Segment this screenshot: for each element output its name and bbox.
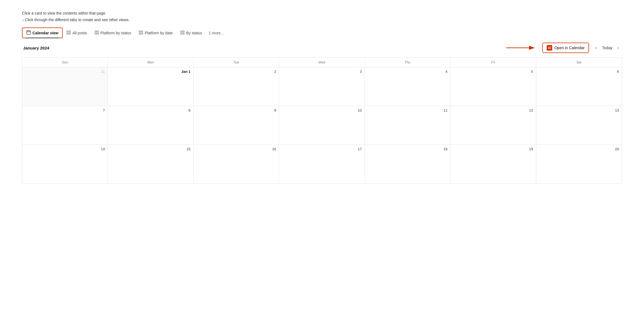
- svg-rect-15: [141, 33, 143, 34]
- tab-bar: Calendar view All posts: [22, 27, 622, 38]
- day-name-sun: Sun: [22, 58, 108, 67]
- day-number: 11: [368, 108, 447, 112]
- svg-rect-14: [139, 33, 141, 34]
- tab-platform-by-date-label: Platform by date: [145, 31, 173, 35]
- day-number: 16: [196, 147, 276, 151]
- calendar-cell: 6: [536, 67, 622, 106]
- day-name-sat: Sat: [536, 58, 622, 67]
- platform-by-date-tab-icon: [139, 31, 143, 35]
- tab-all-posts[interactable]: All posts: [63, 28, 91, 38]
- day-number: 20: [539, 147, 619, 151]
- day-number: 31: [25, 70, 105, 74]
- tab-calendar-view[interactable]: Calendar view: [22, 27, 63, 38]
- calendar-week-1: 31 Jan 1 2 3 4 5 6: [22, 67, 622, 106]
- tab-all-posts-label: All posts: [72, 31, 87, 35]
- day-name-thu: Thu: [365, 58, 450, 67]
- day-name-mon: Mon: [108, 58, 193, 67]
- svg-rect-17: [183, 31, 184, 32]
- calendar-header-right: 22 Open in Calendar ‹ Today ›: [505, 43, 621, 53]
- svg-rect-8: [95, 31, 96, 32]
- calendar-cell: 31: [22, 67, 108, 106]
- day-number: 5: [453, 70, 533, 74]
- day-number: 3: [282, 70, 362, 74]
- calendar-month-title: January 2024: [23, 46, 49, 50]
- day-number: 6: [539, 70, 619, 74]
- calendar-cell: 14: [22, 145, 108, 183]
- calendar-cell: 9: [194, 106, 279, 145]
- svg-rect-13: [141, 31, 143, 32]
- calendar-cell: 17: [279, 145, 365, 183]
- tab-platform-by-status-label: Platform by status: [100, 31, 131, 35]
- instruction-line2: ↓ Click through the different tabs to cr…: [22, 18, 622, 22]
- day-number: 2: [196, 70, 276, 74]
- calendar-grid: Sun Mon Tue Wed Thu Fri Sat 31 Jan 1 2: [22, 57, 622, 184]
- day-number: Jan 1: [111, 70, 190, 74]
- platform-by-status-tab-icon: [95, 31, 99, 35]
- svg-rect-18: [181, 33, 182, 34]
- prev-month-button[interactable]: ‹: [593, 44, 599, 51]
- calendar-tab-icon: [26, 30, 31, 35]
- svg-rect-19: [183, 33, 184, 34]
- day-number: 17: [282, 147, 362, 151]
- calendar-cell: 4: [365, 67, 450, 106]
- calendar-body: 31 Jan 1 2 3 4 5 6: [22, 67, 622, 183]
- tab-platform-by-date[interactable]: Platform by date: [135, 28, 177, 38]
- day-number: 12: [453, 108, 533, 112]
- all-posts-tab-icon: [67, 31, 71, 35]
- red-arrow-annotation: [505, 44, 538, 52]
- calendar-cell: 7: [22, 106, 108, 145]
- svg-rect-10: [95, 33, 96, 34]
- calendar-cell: 2: [194, 67, 279, 106]
- svg-rect-16: [181, 31, 182, 32]
- today-button[interactable]: Today: [601, 45, 613, 51]
- calendar-cell: 3: [279, 67, 365, 106]
- day-number: 15: [111, 147, 190, 151]
- open-in-calendar-button[interactable]: 22 Open in Calendar: [542, 43, 589, 53]
- calendar-cell: 11: [365, 106, 450, 145]
- svg-rect-12: [139, 31, 141, 32]
- calendar-btn-icon: 22: [547, 45, 552, 51]
- day-name-tue: Tue: [194, 58, 279, 67]
- calendar-cell: 15: [108, 145, 193, 183]
- svg-rect-9: [97, 31, 98, 32]
- day-number: 7: [25, 108, 105, 112]
- day-number: 18: [368, 147, 447, 151]
- day-name-fri: Fri: [450, 58, 536, 67]
- open-in-calendar-label: Open in Calendar: [554, 46, 585, 50]
- calendar-days-header: Sun Mon Tue Wed Thu Fri Sat: [22, 58, 622, 67]
- calendar-week-3: 14 15 16 17 18 19 20: [22, 145, 622, 183]
- next-month-button[interactable]: ›: [615, 44, 621, 51]
- calendar-nav: ‹ Today ›: [593, 44, 621, 51]
- calendar-cell: 12: [450, 106, 536, 145]
- tab-platform-by-status[interactable]: Platform by status: [91, 28, 135, 38]
- svg-rect-4: [67, 31, 68, 32]
- calendar-cell: 13: [536, 106, 622, 145]
- calendar-cell: 19: [450, 145, 536, 183]
- tab-calendar-view-label: Calendar view: [32, 31, 58, 35]
- calendar-cell: 16: [194, 145, 279, 183]
- calendar-week-2: 7 8 9 10 11 12 13: [22, 106, 622, 145]
- svg-rect-6: [67, 33, 68, 34]
- day-number: 13: [539, 108, 619, 112]
- more-tabs-button[interactable]: 1 more...: [206, 29, 227, 37]
- page-wrapper: Click a card to view the contents within…: [0, 0, 644, 195]
- svg-rect-11: [97, 33, 98, 34]
- calendar-cell: 8: [108, 106, 193, 145]
- day-number: 10: [282, 108, 362, 112]
- day-number: 14: [25, 147, 105, 151]
- day-number: 19: [453, 147, 533, 151]
- day-number: 9: [196, 108, 276, 112]
- calendar-header: January 2024 22 Open in Calendar: [22, 43, 622, 53]
- calendar-cell: Jan 1: [108, 67, 193, 106]
- tab-by-status[interactable]: By status: [177, 28, 206, 38]
- tab-by-status-label: By status: [186, 31, 202, 35]
- calendar-cell: 20: [536, 145, 622, 183]
- calendar-cell: 18: [365, 145, 450, 183]
- day-name-wed: Wed: [279, 58, 365, 67]
- day-number: 8: [111, 108, 190, 112]
- svg-rect-5: [69, 31, 70, 32]
- day-number: 4: [368, 70, 447, 74]
- svg-rect-0: [27, 31, 31, 34]
- instruction-line1: Click a card to view the contents within…: [22, 11, 622, 15]
- calendar-cell: 5: [450, 67, 536, 106]
